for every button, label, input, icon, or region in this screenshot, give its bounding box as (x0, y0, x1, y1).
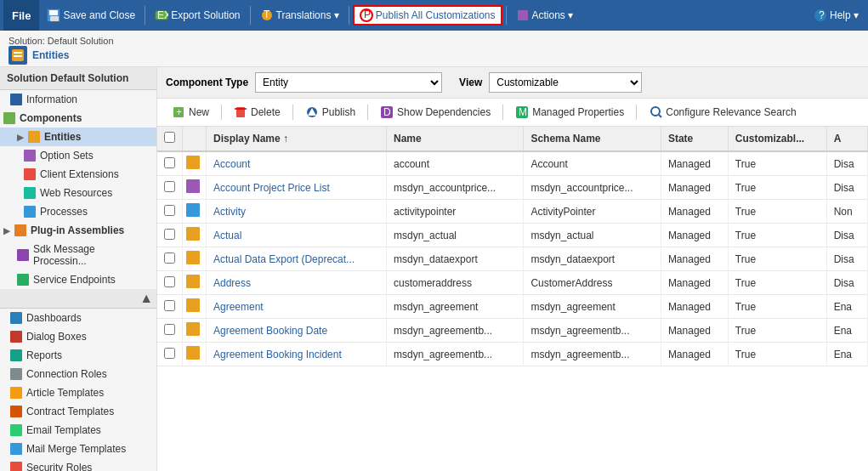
row-name: customeraddress (387, 271, 524, 295)
row-checkbox[interactable] (164, 348, 175, 359)
sidebar-item-articletmpl[interactable]: Article Templates (0, 383, 156, 402)
export-button[interactable]: EXP Export Solution (149, 6, 246, 25)
help-icon: ? (814, 9, 827, 22)
publish-icon: P (360, 9, 373, 22)
row-checkbox-cell[interactable] (157, 295, 183, 319)
report-icon (10, 349, 22, 361)
sidebar-item-contracttmpl[interactable]: Contract Templates (0, 402, 156, 421)
row-display-name[interactable]: Activity (207, 200, 387, 224)
row-display-name[interactable]: Agreement Booking Incident (207, 343, 387, 366)
row-display-name[interactable]: Actual (207, 224, 387, 247)
actions-button[interactable]: Actions ▾ (510, 6, 580, 25)
publish-button[interactable]: Publish (298, 102, 363, 122)
row-display-name[interactable]: Account Project Price List (207, 176, 387, 200)
row-checkbox[interactable] (164, 300, 175, 311)
row-schema-name: msdyn_agreementb... (524, 319, 661, 343)
sidebar-scroll-up[interactable]: ▲ (0, 289, 156, 309)
sidebar-item-optionsets[interactable]: Option Sets (0, 146, 156, 165)
save-close-button[interactable]: Save and Close (41, 6, 141, 25)
sidebar-item-entities[interactable]: ▶ Entities (0, 128, 156, 146)
row-icon-cell (183, 224, 207, 247)
row-name: msdyn_actual (387, 224, 524, 247)
row-checkbox-cell[interactable] (157, 151, 183, 176)
col-state[interactable]: State (661, 127, 728, 151)
svg-line-25 (659, 115, 661, 117)
separator-2 (250, 6, 251, 25)
translations-button[interactable]: T Translations ▾ (254, 6, 345, 25)
sidebar-item-sdkmsg[interactable]: Sdk Message Processin... (0, 240, 156, 270)
svc-icon (17, 274, 29, 286)
row-name: msdyn_accountprice... (387, 176, 524, 200)
col-customizable[interactable]: Customizabl... (728, 127, 826, 151)
help-button[interactable]: ? Help ▾ (808, 6, 865, 25)
row-checkbox-cell[interactable] (157, 176, 183, 200)
row-display-name[interactable]: Actual Data Export (Deprecat... (207, 247, 387, 271)
email-icon (10, 424, 22, 436)
table-row: Activity activitypointer ActivityPointer… (157, 200, 868, 224)
row-checkbox-cell[interactable] (157, 271, 183, 295)
row-customizable: True (728, 319, 826, 343)
connrole-icon (10, 368, 22, 380)
row-display-name[interactable]: Agreement (207, 295, 387, 319)
action-sep-3 (367, 105, 368, 120)
sidebar-item-information[interactable]: Information (0, 90, 156, 109)
plugin-icon (14, 224, 26, 236)
sidebar-header: Solution Default Solution (0, 67, 156, 90)
sidebar-item-processes[interactable]: Processes (0, 202, 156, 221)
select-all-col[interactable] (157, 127, 183, 151)
sidebar-item-dashboards[interactable]: Dashboards (0, 309, 156, 327)
sidebar-item-clientext[interactable]: Client Extensions (0, 165, 156, 184)
row-name: account (387, 151, 524, 176)
file-button[interactable]: File (3, 0, 39, 31)
config-relevance-button[interactable]: Configure Relevance Search (641, 102, 803, 122)
select-all-checkbox[interactable] (164, 132, 175, 143)
sidebar-item-webres[interactable]: Web Resources (0, 184, 156, 202)
row-customizable: True (728, 151, 826, 176)
row-display-name[interactable]: Agreement Booking Date (207, 319, 387, 343)
delete-button[interactable]: Delete (226, 102, 288, 122)
row-display-name[interactable]: Account (207, 151, 387, 176)
sidebar-item-reports[interactable]: Reports (0, 346, 156, 365)
managed-props-button[interactable]: M Managed Properties (508, 102, 632, 122)
show-deps-button[interactable]: D Show Dependencies (372, 102, 498, 122)
col-schema-name[interactable]: Schema Name (524, 127, 661, 151)
row-state: Managed (661, 224, 728, 247)
sidebar-item-mailmerge[interactable]: Mail Merge Templates (0, 440, 156, 458)
sidebar-item-emailtmpl[interactable]: Email Templates (0, 421, 156, 440)
row-schema-name: msdyn_accountprice... (524, 176, 661, 200)
row-checkbox[interactable] (164, 324, 175, 335)
row-checkbox[interactable] (164, 157, 175, 168)
svg-rect-8 (518, 10, 528, 20)
row-checkbox[interactable] (164, 253, 175, 264)
row-checkbox[interactable] (164, 181, 175, 192)
row-checkbox-cell[interactable] (157, 200, 183, 224)
publish-all-button[interactable]: P Publish All Customizations (353, 5, 502, 26)
col-display-name[interactable]: Display Name ↑ (207, 127, 387, 151)
row-checkbox-cell[interactable] (157, 343, 183, 366)
toolbar: File Save and Close EXP Export Solution … (0, 0, 868, 31)
row-checkbox[interactable] (164, 276, 175, 287)
view-select[interactable]: Customizable (489, 72, 642, 93)
row-checkbox[interactable] (164, 229, 175, 240)
row-name: msdyn_agreement (387, 295, 524, 319)
row-checkbox-cell[interactable] (157, 224, 183, 247)
sidebar-item-svcendpt[interactable]: Service Endpoints (0, 270, 156, 289)
sidebar-item-components[interactable]: Components (0, 109, 156, 128)
sidebar-item-dialogboxes[interactable]: Dialog Boxes (0, 327, 156, 346)
col-name[interactable]: Name (387, 127, 524, 151)
row-checkbox-cell[interactable] (157, 247, 183, 271)
col-auto[interactable]: A (826, 127, 867, 151)
sidebar-item-secroles[interactable]: Security Roles (0, 458, 156, 471)
row-entity-icon (186, 251, 200, 264)
sidebar-item-connroles[interactable]: Connection Roles (0, 365, 156, 383)
row-checkbox[interactable] (164, 205, 175, 216)
sidebar-item-pluginasm[interactable]: ▶ Plug-in Assemblies (0, 221, 156, 240)
action-sep-1 (221, 105, 222, 120)
new-button[interactable]: + New (164, 102, 217, 122)
row-state: Managed (661, 295, 728, 319)
row-display-name[interactable]: Address (207, 271, 387, 295)
row-checkbox-cell[interactable] (157, 319, 183, 343)
component-type-select[interactable]: Entity (255, 72, 442, 93)
dash-icon (10, 312, 22, 324)
row-icon-cell (183, 343, 207, 366)
